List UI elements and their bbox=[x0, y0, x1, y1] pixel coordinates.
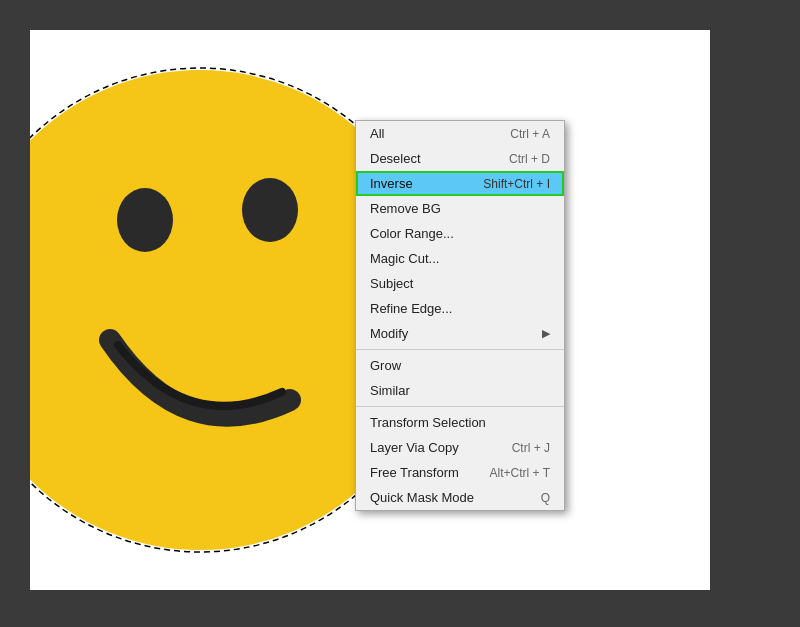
menu-item-inverse[interactable]: InverseShift+Ctrl + I bbox=[356, 171, 564, 196]
menu-item-label: Free Transform bbox=[370, 465, 459, 480]
menu-item-label: Color Range... bbox=[370, 226, 454, 241]
menu-item-shortcut: Alt+Ctrl + T bbox=[490, 466, 550, 480]
menu-item-quick-mask[interactable]: Quick Mask ModeQ bbox=[356, 485, 564, 510]
menu-item-label: Subject bbox=[370, 276, 413, 291]
menu-item-refine-edge[interactable]: Refine Edge... bbox=[356, 296, 564, 321]
menu-item-remove-bg[interactable]: Remove BG bbox=[356, 196, 564, 221]
menu-item-label: Magic Cut... bbox=[370, 251, 439, 266]
menu-item-shortcut: Shift+Ctrl + I bbox=[483, 177, 550, 191]
menu-item-label: Transform Selection bbox=[370, 415, 486, 430]
menu-divider bbox=[356, 406, 564, 407]
menu-item-grow[interactable]: Grow bbox=[356, 353, 564, 378]
submenu-arrow-icon: ▶ bbox=[542, 327, 550, 340]
menu-item-all[interactable]: AllCtrl + A bbox=[356, 121, 564, 146]
context-menu: AllCtrl + ADeselectCtrl + DInverseShift+… bbox=[355, 120, 565, 511]
menu-item-transform-selection[interactable]: Transform Selection bbox=[356, 410, 564, 435]
menu-item-modify[interactable]: Modify▶ bbox=[356, 321, 564, 346]
menu-item-label: Refine Edge... bbox=[370, 301, 452, 316]
menu-divider bbox=[356, 349, 564, 350]
menu-item-deselect[interactable]: DeselectCtrl + D bbox=[356, 146, 564, 171]
menu-item-label: Quick Mask Mode bbox=[370, 490, 474, 505]
menu-item-label: Inverse bbox=[370, 176, 413, 191]
menu-item-label: Similar bbox=[370, 383, 410, 398]
menu-item-label: Layer Via Copy bbox=[370, 440, 459, 455]
menu-item-label: All bbox=[370, 126, 384, 141]
menu-item-label: Deselect bbox=[370, 151, 421, 166]
menu-item-color-range[interactable]: Color Range... bbox=[356, 221, 564, 246]
menu-item-magic-cut[interactable]: Magic Cut... bbox=[356, 246, 564, 271]
menu-item-label: Remove BG bbox=[370, 201, 441, 216]
menu-item-subject[interactable]: Subject bbox=[356, 271, 564, 296]
menu-item-label: Grow bbox=[370, 358, 401, 373]
menu-item-similar[interactable]: Similar bbox=[356, 378, 564, 403]
menu-item-label: Modify bbox=[370, 326, 408, 341]
menu-item-shortcut: Ctrl + J bbox=[512, 441, 550, 455]
menu-item-shortcut: Ctrl + A bbox=[510, 127, 550, 141]
svg-point-3 bbox=[242, 178, 298, 242]
menu-item-layer-via-copy[interactable]: Layer Via CopyCtrl + J bbox=[356, 435, 564, 460]
menu-item-free-transform[interactable]: Free TransformAlt+Ctrl + T bbox=[356, 460, 564, 485]
menu-item-shortcut: Ctrl + D bbox=[509, 152, 550, 166]
menu-item-shortcut: Q bbox=[541, 491, 550, 505]
svg-point-2 bbox=[117, 188, 173, 252]
